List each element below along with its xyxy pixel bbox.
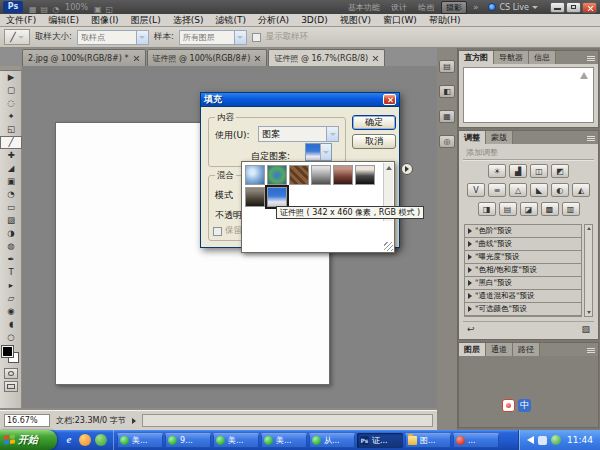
status-options-arrow-icon[interactable] [132,418,136,424]
menu-item-6[interactable]: 分析(A) [252,14,295,26]
custom-pattern-well[interactable] [305,143,332,161]
menu-item-8[interactable]: 视图(V) [334,14,377,26]
menu-item-7[interactable]: 3D(D) [295,14,334,26]
close-window-button[interactable] [582,2,597,13]
taskbar-button-4[interactable]: 从... [309,433,355,448]
pattern-portrait-dark[interactable] [245,187,265,207]
brush-tool[interactable]: ◢ [0,162,22,175]
close-tab-icon[interactable] [133,55,140,62]
taskbar-button-1[interactable]: 9... [165,433,211,448]
current-tool-badge[interactable]: ╱ [4,29,30,45]
launch-bridge-icon[interactable]: ▦ [27,5,39,14]
pattern-portrait-black[interactable] [355,165,375,185]
path-selection-tool[interactable]: ▸ [0,279,22,292]
gradient-map-icon[interactable]: ▩ [541,202,559,216]
ime-language-icon[interactable]: 中 [518,399,531,412]
collapsed-panel-icon-1[interactable]: ▤ [439,60,455,73]
taskbar-button-2[interactable]: 美... [213,433,259,448]
pattern-picker-menu-button[interactable] [401,163,413,175]
taskbar-button-0[interactable]: 美... [117,433,163,448]
menu-item-4[interactable]: 选择(S) [167,14,210,26]
photo-filter-icon[interactable]: ◐ [551,183,569,197]
start-button[interactable]: 开始 [0,430,57,450]
layers-group-tab-2[interactable]: 路径 [513,343,540,356]
foreground-color-swatch[interactable] [2,346,13,357]
minimize-button[interactable] [550,2,565,13]
channel-mixer-icon[interactable]: ◭ [572,183,590,197]
collapsed-panel-icon-2[interactable]: ◧ [439,85,455,98]
move-tool[interactable]: ▶ [0,71,22,84]
fill-dialog-titlebar[interactable]: 填充 [201,93,399,107]
zoom-tool[interactable]: ○ [0,331,22,344]
preset-item-2[interactable]: "曝光度"预设 [465,251,581,264]
restore-button[interactable] [566,2,581,13]
pattern-portrait-gray[interactable] [311,165,331,185]
volume-icon[interactable] [527,436,534,444]
workspace-button-2[interactable]: 绘画 [414,1,438,14]
brightness-contrast-icon[interactable]: ☀ [488,164,506,178]
panel-menu-icon[interactable] [584,131,598,144]
switch-panel-view-icon[interactable]: ▨ [581,323,590,336]
view-extras-icon[interactable]: ▤ [39,5,51,14]
collapsed-panel-icon-3[interactable]: ▦ [439,110,455,123]
pattern-portrait-red[interactable] [333,165,353,185]
workspace-button-0[interactable]: 基本功能 [344,1,384,14]
arrange-documents-icon[interactable]: ▣ [92,5,104,14]
vibrance-icon[interactable]: V [467,183,485,197]
resize-grip[interactable] [384,242,393,251]
security-shield-icon[interactable] [551,435,561,445]
exposure-icon[interactable]: ◩ [551,164,569,178]
posterize-icon[interactable]: ▤ [499,202,517,216]
pen-tool[interactable]: ✒ [0,253,22,266]
curves-icon[interactable]: ◫ [530,164,548,178]
shape-tool[interactable]: ▱ [0,292,22,305]
use-select[interactable]: 图案 [258,126,339,142]
menu-item-2[interactable]: 图像(I) [85,14,125,26]
pattern-tie-dye[interactable] [267,165,287,185]
histogram-warning-icon[interactable] [580,72,588,79]
levels-icon[interactable]: ▟ [509,164,527,178]
type-tool[interactable]: T [0,266,22,279]
selective-color-icon[interactable]: ▥ [562,202,580,216]
panel-menu-icon[interactable] [584,51,598,64]
document-tab-0[interactable]: 2.jpg @ 100%(RGB/8#) * [22,49,146,66]
menu-item-0[interactable]: 文件(F) [0,14,42,26]
screen-mode-button[interactable] [4,381,18,392]
cancel-button[interactable]: 取消 [352,134,396,149]
taskbar-clock[interactable]: 11:44 [565,435,595,445]
return-to-list-icon[interactable]: ↩ [467,323,475,336]
sample-select[interactable]: 所有图层 [179,30,247,45]
cs-live-button[interactable]: CS Live [484,3,542,12]
workspace-button-3[interactable]: 摄影 [441,1,467,14]
close-tab-icon[interactable] [372,55,379,62]
hand-tool[interactable]: ◖ [0,318,22,331]
quick-mask-button[interactable] [4,368,18,379]
preset-item-6[interactable]: "可选颜色"预设 [465,303,581,316]
quick-selection-tool[interactable]: ✦ [0,110,22,123]
crop-tool[interactable]: ◱ [0,123,22,136]
menu-item-10[interactable]: 帮助(H) [423,14,467,26]
clone-stamp-tool[interactable]: ▣ [0,175,22,188]
screen-mode-icon[interactable]: ◱ [104,5,116,14]
hue-saturation-icon[interactable]: ≡ [488,183,506,197]
document-tab-2[interactable]: 证件照 @ 16.7%(RGB/8) [268,49,385,66]
preserve-transparency-checkbox[interactable] [213,227,222,236]
history-brush-tool[interactable]: ◔ [0,188,22,201]
zoom-level-display[interactable]: 100% [65,3,88,12]
taskbar-button-5[interactable]: Ps证... [357,433,403,448]
menu-item-3[interactable]: 图层(L) [125,14,167,26]
menu-item-1[interactable]: 编辑(E) [42,14,85,26]
taskbar-button-7[interactable]: ... [453,433,499,448]
tray-ime-icon[interactable] [538,436,547,445]
show-sampling-ring-checkbox[interactable] [252,33,261,42]
adjustments-group-tab-0[interactable]: 调整 [459,131,486,144]
taskbar-button-6[interactable]: 图... [405,433,451,448]
document-tab-1[interactable]: 证件照 @ 100%(RGB/8#) [147,49,268,66]
taskbar-button-3[interactable]: 美... [261,433,307,448]
preset-item-1[interactable]: "曲线"预设 [465,238,581,251]
messenger-quicklaunch-icon[interactable] [79,434,91,446]
blur-tool[interactable]: ◑ [0,227,22,240]
media-quicklaunch-icon[interactable] [95,434,107,446]
workspace-button-1[interactable]: 设计 [387,1,411,14]
pattern-weave[interactable] [289,165,309,185]
